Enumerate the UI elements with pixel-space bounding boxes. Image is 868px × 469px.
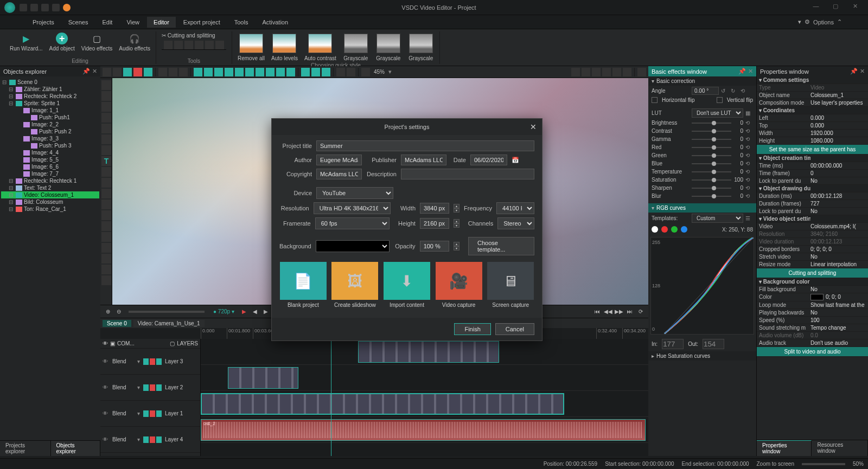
tool-icon[interactable] — [101, 210, 111, 220]
spinner-up[interactable]: ▴ — [454, 204, 459, 208]
blend-mode[interactable]: Blend — [112, 436, 134, 442]
tool-icon[interactable] — [235, 68, 244, 76]
menu-view[interactable]: View — [120, 17, 146, 28]
tool-icon[interactable] — [214, 68, 223, 76]
eye-icon[interactable]: 👁 — [103, 410, 109, 416]
reset-icon[interactable]: ⟲ — [745, 120, 753, 126]
shape-tool-icon[interactable] — [101, 124, 111, 133]
tool-icon[interactable] — [101, 167, 111, 177]
play-icon[interactable]: ▶ — [240, 307, 248, 316]
maximize-button[interactable]: ▢ — [827, 3, 844, 12]
property-row[interactable]: VideoColosseum.mp4; I( — [757, 223, 868, 230]
tool-icon[interactable] — [322, 68, 330, 76]
tool-icon[interactable] — [158, 68, 167, 76]
date-input[interactable] — [470, 155, 507, 165]
tab-objects-explorer[interactable]: Objects explorer — [51, 441, 100, 456]
property-row[interactable]: Time (ms)00:00:00.000 — [757, 162, 868, 170]
close-icon[interactable]: ✕ — [92, 68, 97, 75]
property-row[interactable]: Lock to parent duNo — [757, 208, 868, 215]
audio-effects-button[interactable]: 🎧Audio effects — [117, 31, 152, 53]
tool-icon[interactable] — [194, 68, 202, 76]
menu-scenes[interactable]: Scenes — [62, 17, 95, 28]
zoom-slider[interactable] — [802, 463, 845, 465]
add-marker-icon[interactable]: ⊕ — [104, 307, 112, 316]
author-input[interactable] — [316, 155, 362, 165]
tool-icon[interactable] — [113, 68, 122, 76]
eye-icon[interactable]: 👁 — [103, 436, 109, 442]
tool-icon[interactable] — [256, 68, 264, 76]
tool-icon[interactable] — [286, 68, 295, 76]
tree-node[interactable]: Image: 1_1 — [1, 107, 99, 114]
spinner-up[interactable]: ▴ — [454, 242, 459, 246]
style-grayscale[interactable]: Grayscale — [406, 31, 436, 62]
video-clip[interactable] — [228, 367, 298, 389]
eye-icon[interactable]: 👁 — [103, 340, 108, 346]
chevron-up-icon[interactable]: ⌃ — [837, 18, 842, 25]
tool-icon[interactable] — [612, 68, 621, 76]
tool-icon[interactable] — [215, 41, 224, 49]
tool-icon[interactable] — [133, 68, 142, 76]
tool-icon[interactable] — [204, 68, 213, 76]
property-row[interactable]: Color0; 0; 0 — [757, 293, 868, 301]
eyedropper-icon[interactable] — [101, 113, 111, 123]
angle-input[interactable] — [692, 87, 719, 95]
qat-icon[interactable] — [41, 4, 49, 11]
blend-mode[interactable]: Blend — [112, 358, 134, 364]
property-row[interactable]: Duration (ms)00:00:12.128 — [757, 192, 868, 200]
tool-icon[interactable] — [101, 232, 111, 242]
blue-slider[interactable] — [692, 163, 731, 164]
cursor-tool-icon[interactable] — [101, 80, 111, 90]
property-row[interactable]: Time (frame)0 — [757, 170, 868, 177]
property-row[interactable]: Width1920.000 — [757, 130, 868, 137]
tool-icon[interactable] — [336, 68, 345, 76]
gamma-slider[interactable] — [692, 139, 731, 140]
tool-icon[interactable] — [103, 68, 111, 76]
template-card[interactable]: 🖼Create slideshow — [331, 262, 379, 308]
opacity-input[interactable] — [420, 241, 449, 252]
red-slider[interactable] — [692, 147, 731, 148]
reset-icon[interactable]: ⟲ — [745, 193, 753, 199]
property-row[interactable]: Height1080.000 — [757, 137, 868, 145]
style-grayscale[interactable]: Grayscale — [373, 31, 404, 62]
step-fwd-icon[interactable]: ▶▶ — [615, 307, 623, 316]
tree-node[interactable]: ⊟Bild: Colosseum — [1, 198, 99, 205]
saturation-slider[interactable] — [692, 179, 731, 181]
tool-icon[interactable] — [311, 68, 320, 76]
choose-template-button[interactable]: Choose template... — [468, 237, 534, 255]
frequency-select[interactable]: 44100 Hz — [496, 202, 534, 214]
tool-icon[interactable] — [101, 189, 111, 198]
qat-icon[interactable] — [30, 4, 38, 11]
next-frame-icon[interactable]: ▶ — [261, 307, 270, 316]
blend-mode[interactable]: Blend — [112, 384, 134, 390]
action-button[interactable]: Set the same size as the parent has — [757, 145, 868, 155]
minimize-button[interactable]: — — [807, 3, 825, 12]
property-row[interactable]: Video duration00:00:12.123 — [757, 238, 868, 246]
project-title-input[interactable] — [316, 140, 534, 151]
close-button[interactable]: ✕ — [846, 3, 864, 12]
tool-icon[interactable] — [301, 68, 310, 76]
description-input[interactable] — [401, 169, 534, 179]
tool-icon[interactable] — [101, 275, 111, 285]
property-row[interactable]: Lock to parent duNo — [757, 177, 868, 185]
green-slider[interactable] — [692, 155, 731, 156]
eye-icon[interactable]: 👁 — [103, 358, 109, 364]
chart-tool-icon[interactable] — [101, 221, 111, 231]
tool-icon[interactable] — [144, 68, 152, 76]
curve-out-input[interactable] — [703, 339, 724, 349]
property-row[interactable]: Sound stretching mTempo change — [757, 324, 868, 332]
tree-node[interactable]: ⊟Rechteck: Rechteck 2 — [1, 93, 99, 100]
menu-projects[interactable]: Projects — [26, 17, 61, 28]
tool-icon[interactable] — [179, 68, 188, 76]
rotate-ccw-icon[interactable]: ↺ — [721, 88, 729, 94]
tool-icon[interactable]: ▣ — [110, 340, 115, 346]
rgb-red-dot[interactable] — [661, 226, 668, 233]
remove-marker-icon[interactable]: ⊖ — [114, 307, 123, 316]
background-select[interactable] — [316, 240, 390, 252]
tool-icon[interactable]: ▢ — [170, 340, 175, 346]
brush-tool-icon[interactable] — [101, 102, 111, 112]
brightness-slider[interactable] — [692, 123, 731, 124]
loop-icon[interactable]: ⟳ — [636, 307, 645, 316]
tool-icon[interactable] — [169, 68, 177, 76]
reset-icon[interactable]: ⟲ — [745, 128, 753, 134]
spinner-down[interactable]: ▾ — [454, 246, 459, 250]
